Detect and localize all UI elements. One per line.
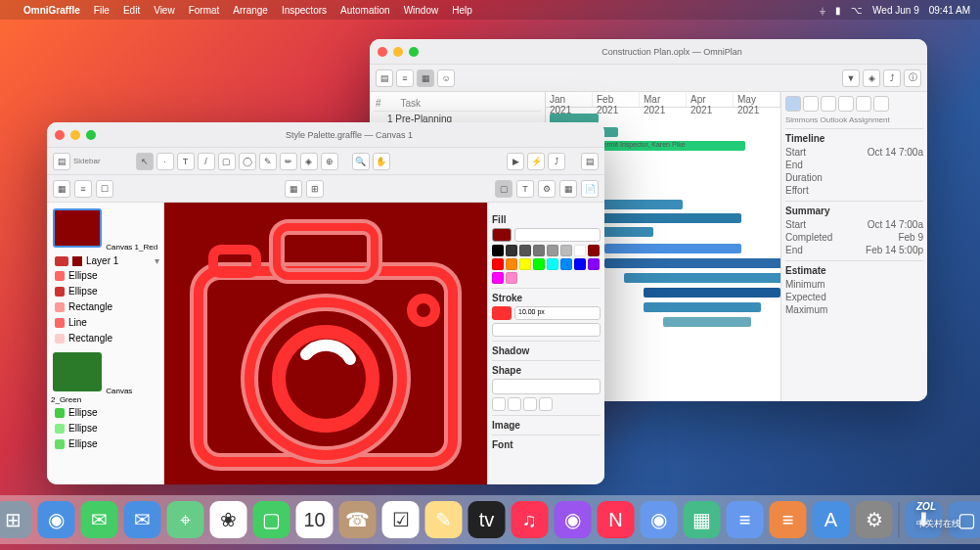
dock-calendar[interactable]: 10 xyxy=(296,501,334,538)
close-button[interactable] xyxy=(378,47,387,57)
outline-btn[interactable]: ≡ xyxy=(396,69,414,87)
insp-type[interactable]: T xyxy=(516,180,534,198)
color-swatch[interactable] xyxy=(533,258,545,270)
stroke-color[interactable] xyxy=(492,306,512,320)
menu-file[interactable]: File xyxy=(94,5,110,16)
stroke-style[interactable] xyxy=(492,323,601,337)
dock-mail[interactable]: ✉ xyxy=(124,501,161,538)
dock-omniplan[interactable]: ≡ xyxy=(727,501,764,538)
color-swatch[interactable] xyxy=(560,258,572,270)
point-tool[interactable]: · xyxy=(156,153,174,170)
color-swatch[interactable] xyxy=(519,258,531,270)
rect-tool[interactable]: ▢ xyxy=(218,153,236,170)
layer-item[interactable]: Ellipse xyxy=(51,436,159,451)
dock-facetime[interactable]: ▢ xyxy=(253,501,290,538)
color-swatch[interactable] xyxy=(506,245,517,256)
fill-color[interactable] xyxy=(492,228,512,242)
color-swatch[interactable] xyxy=(588,258,600,270)
layer-item[interactable]: Rectangle xyxy=(51,299,159,314)
menu-inspectors[interactable]: Inspectors xyxy=(282,5,327,16)
inspector-tab[interactable] xyxy=(873,96,889,112)
shape-tool[interactable]: ◯ xyxy=(239,153,256,170)
corner-btn[interactable] xyxy=(523,397,537,411)
selection-tab[interactable]: ☐ xyxy=(96,180,113,198)
insp-canvas[interactable]: ▦ xyxy=(559,180,577,198)
dock-safari[interactable]: ◉ xyxy=(38,501,75,538)
inspector-tab[interactable] xyxy=(856,96,871,112)
resource-btn[interactable]: ☺ xyxy=(437,69,455,87)
menu-view[interactable]: View xyxy=(154,5,175,16)
dock-omnifocus[interactable]: ◉ xyxy=(641,501,678,538)
color-swatch[interactable] xyxy=(492,258,504,270)
corner-btn[interactable] xyxy=(508,397,521,411)
grid-btn[interactable]: ▦ xyxy=(285,180,302,198)
color-swatch[interactable] xyxy=(519,245,531,256)
menubar-date[interactable]: Wed Jun 9 xyxy=(872,5,919,16)
dock-maps[interactable]: ⌖ xyxy=(167,501,204,538)
view-btn[interactable]: ▤ xyxy=(376,69,393,87)
dock-appstore[interactable]: A xyxy=(813,501,850,538)
dock-settings[interactable]: ⚙ xyxy=(856,501,893,538)
dock-omnigraffle[interactable]: ▦ xyxy=(684,501,721,538)
layer-item[interactable]: Ellipse xyxy=(51,405,159,420)
color-swatch[interactable] xyxy=(574,258,586,270)
dock-tv[interactable]: tv xyxy=(468,501,506,538)
action-btn[interactable]: ⚡ xyxy=(527,153,545,170)
dock-launchpad[interactable]: ⊞ xyxy=(0,501,32,538)
layer-item[interactable]: Line xyxy=(51,315,159,330)
filter-btn[interactable]: ▼ xyxy=(842,69,860,87)
select-tool[interactable]: ↖ xyxy=(136,153,154,170)
menu-arrange[interactable]: Arrange xyxy=(233,5,268,16)
inspector-tab[interactable] xyxy=(821,96,836,112)
color-swatch[interactable] xyxy=(55,256,68,266)
minimize-button[interactable] xyxy=(393,47,403,57)
dock-news[interactable]: N xyxy=(598,501,635,538)
stamp-tool[interactable]: ⊕ xyxy=(321,153,338,170)
layer-item[interactable]: Ellipse xyxy=(51,268,159,283)
color-swatch[interactable] xyxy=(588,245,600,256)
dock-reminders[interactable]: ☑ xyxy=(382,501,420,538)
dock-photos[interactable]: ❀ xyxy=(210,501,247,538)
zoom-tool[interactable]: 🔍 xyxy=(352,153,370,170)
color-swatch[interactable] xyxy=(492,272,504,284)
corner-btn[interactable] xyxy=(492,397,506,411)
diagram-tool[interactable]: ◈ xyxy=(300,153,318,170)
brush-tool[interactable]: ✏ xyxy=(280,153,297,170)
dock-omnioutliner[interactable]: ≡ xyxy=(770,501,807,538)
menu-window[interactable]: Window xyxy=(404,5,439,16)
color-swatch[interactable] xyxy=(506,272,517,284)
dock-podcasts[interactable]: ◉ xyxy=(555,501,592,538)
corner-btn[interactable] xyxy=(539,397,553,411)
hand-tool[interactable]: ✋ xyxy=(373,153,390,170)
minimize-button[interactable] xyxy=(70,130,80,140)
color-swatch[interactable] xyxy=(506,258,517,270)
control-center-icon[interactable]: ⌥ xyxy=(851,5,863,16)
sidebar-toggle[interactable]: ▤ xyxy=(53,153,70,170)
menu-help[interactable]: Help xyxy=(452,5,472,16)
gantt-btn[interactable]: ▦ xyxy=(417,69,434,87)
dock-music[interactable]: ♫ xyxy=(512,501,549,538)
layer-item[interactable]: Ellipse xyxy=(51,421,159,435)
inspector-toggle[interactable]: ▤ xyxy=(581,153,599,170)
color-swatch[interactable] xyxy=(560,245,572,256)
menu-automation[interactable]: Automation xyxy=(340,5,390,16)
insp-doc[interactable]: 📄 xyxy=(581,180,599,198)
line-tool[interactable]: / xyxy=(198,153,215,170)
share-btn[interactable]: ⤴ xyxy=(548,153,565,170)
color-swatch[interactable] xyxy=(547,258,558,270)
zoom-button[interactable] xyxy=(86,130,96,140)
zoom-button[interactable] xyxy=(409,47,419,57)
color-swatch[interactable] xyxy=(492,245,504,256)
canvas-thumb[interactable] xyxy=(53,208,102,248)
shape-select[interactable] xyxy=(492,379,601,394)
inspector-tab[interactable] xyxy=(785,96,801,112)
color-swatch[interactable] xyxy=(533,245,545,256)
close-button[interactable] xyxy=(55,130,65,140)
menu-edit[interactable]: Edit xyxy=(123,5,140,16)
battery-icon[interactable]: ▮ xyxy=(835,5,841,16)
menubar-time[interactable]: 09:41 AM xyxy=(929,5,970,16)
dock-contacts[interactable]: ☎ xyxy=(339,501,377,538)
dock-messages[interactable]: ✉ xyxy=(81,501,118,538)
layers-tab[interactable]: ▦ xyxy=(53,180,70,198)
baseline-btn[interactable]: ◈ xyxy=(863,69,880,87)
